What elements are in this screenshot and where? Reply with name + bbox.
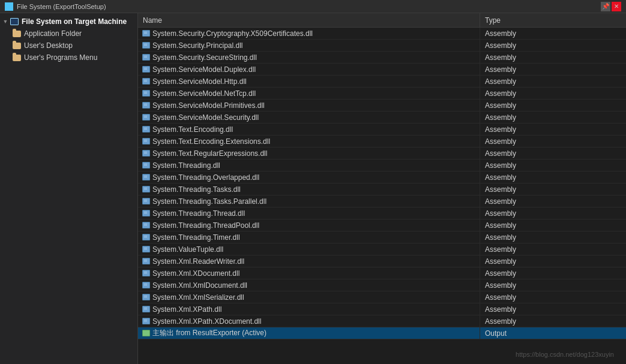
row-type-7: Assembly	[480, 101, 626, 110]
table-row[interactable]: System.Xml.XmlSerializer.dllAssembly	[138, 291, 626, 303]
dll-icon	[142, 102, 150, 109]
table-header: Name Type	[138, 13, 626, 28]
row-type-21: Assembly	[480, 269, 626, 278]
table-row[interactable]: System.Threading.Tasks.dllAssembly	[138, 183, 626, 195]
dll-icon	[142, 222, 150, 228]
pin-button[interactable]: 📌	[601, 2, 610, 11]
row-type-3: Assembly	[480, 53, 626, 62]
dll-icon	[142, 318, 150, 324]
sidebar-item-user-desktop[interactable]: User's Desktop	[0, 40, 137, 52]
table-row[interactable]: System.Xml.XDocument.dllAssembly	[138, 267, 626, 279]
row-name-7: System.ServiceModel.Primitives.dll	[138, 100, 480, 111]
row-name-text: System.Xml.XmlDocument.dll	[152, 281, 247, 290]
row-name-text: System.ServiceModel.Primitives.dll	[152, 101, 265, 110]
row-type-23: Assembly	[480, 293, 626, 302]
dll-icon	[142, 174, 150, 181]
table-row[interactable]: System.Text.Encoding.dllAssembly	[138, 124, 626, 136]
sidebar-item-user-programs-label: User's Programs Menu	[24, 53, 97, 62]
dll-icon	[142, 294, 150, 300]
title-bar: File System (ExportToolSetup) 📌 ✕	[0, 0, 626, 13]
row-name-19: System.ValueTuple.dll	[138, 243, 480, 255]
row-type-17: Assembly	[480, 221, 626, 230]
table-row[interactable]: System.Threading.Thread.dllAssembly	[138, 207, 626, 219]
table-row[interactable]: System.Threading.Overlapped.dllAssembly	[138, 172, 626, 183]
row-name-text: System.Xml.XPath.XDocument.dll	[152, 317, 261, 326]
row-type-22: Assembly	[480, 281, 626, 290]
close-button[interactable]: ✕	[612, 2, 621, 11]
row-type-10: Assembly	[480, 137, 626, 146]
row-name-text: System.ServiceModel.NetTcp.dll	[152, 89, 256, 98]
row-name-8: System.ServiceModel.Security.dll	[138, 112, 480, 123]
sidebar: ▼ File System on Target Machine Applicat…	[0, 13, 138, 364]
table-row[interactable]: System.Xml.XPath.XDocument.dllAssembly	[138, 315, 626, 327]
row-name-18: System.Threading.Timer.dll	[138, 231, 480, 243]
table-row[interactable]: System.Threading.dllAssembly	[138, 160, 626, 172]
row-type-16: Assembly	[480, 209, 626, 218]
dll-icon	[142, 78, 150, 85]
row-type-14: Assembly	[480, 185, 626, 194]
row-name-4: System.ServiceModel.Duplex.dll	[138, 64, 480, 75]
sidebar-item-root[interactable]: ▼ File System on Target Machine	[0, 16, 137, 28]
row-name-text: System.Threading.Tasks.Parallel.dll	[152, 197, 266, 206]
table-row[interactable]: System.Threading.ThreadPool.dllAssembly	[138, 219, 626, 231]
table-row[interactable]: System.Xml.XPath.dllAssembly	[138, 303, 626, 315]
row-type-13: Assembly	[480, 173, 626, 182]
row-name-1: System.Security.Cryptography.X509Certifi…	[138, 28, 480, 39]
table-row[interactable]: System.Xml.XmlDocument.dllAssembly	[138, 279, 626, 291]
row-name-15: System.Threading.Tasks.Parallel.dll	[138, 195, 480, 207]
row-name-text: System.Security.Cryptography.X509Certifi…	[152, 29, 313, 38]
dll-icon	[142, 258, 150, 264]
table-row[interactable]: System.Security.Principal.dllAssembly	[138, 40, 626, 52]
dll-icon	[142, 198, 150, 204]
folder-icon-desktop	[12, 41, 22, 50]
row-type-2: Assembly	[480, 41, 626, 50]
table-row[interactable]: System.Text.Encoding.Extensions.dllAssem…	[138, 136, 626, 148]
row-name-text: System.Xml.XmlSerializer.dll	[152, 293, 244, 302]
table-row[interactable]: System.ServiceModel.NetTcp.dllAssembly	[138, 88, 626, 100]
table-row[interactable]: System.Security.SecureString.dllAssembly	[138, 52, 626, 64]
row-name-text: System.ServiceModel.Security.dll	[152, 113, 259, 122]
dll-icon	[142, 234, 150, 240]
sidebar-item-app-folder[interactable]: Application Folder	[0, 28, 137, 40]
dll-icon	[142, 162, 150, 169]
sidebar-item-user-programs[interactable]: User's Programs Menu	[0, 52, 137, 64]
table-row[interactable]: System.Threading.Timer.dllAssembly	[138, 231, 626, 243]
row-name-text: System.Security.SecureString.dll	[152, 53, 257, 62]
row-name-text: System.Text.Encoding.Extensions.dll	[152, 137, 270, 146]
table-row[interactable]: 主输出 from ResultExporter (Active)Output	[138, 327, 626, 339]
table-row[interactable]: System.ServiceModel.Duplex.dllAssembly	[138, 64, 626, 76]
sidebar-item-app-folder-label: Application Folder	[24, 29, 82, 38]
table-row[interactable]: System.Threading.Tasks.Parallel.dllAssem…	[138, 195, 626, 207]
output-icon	[142, 330, 150, 336]
row-name-6: System.ServiceModel.NetTcp.dll	[138, 88, 480, 99]
dll-icon	[142, 186, 150, 192]
row-name-text: 主输出 from ResultExporter (Active)	[152, 328, 266, 338]
title-bar-controls: 📌 ✕	[601, 2, 621, 11]
title-bar-icon	[5, 2, 13, 11]
dll-icon	[142, 246, 150, 252]
row-name-text: System.Xml.XDocument.dll	[152, 269, 239, 278]
table-row[interactable]: System.Xml.ReaderWriter.dllAssembly	[138, 255, 626, 267]
table-row[interactable]: System.Text.RegularExpressions.dllAssemb…	[138, 148, 626, 160]
tree-root: ▼ File System on Target Machine Applicat…	[0, 16, 137, 64]
row-name-text: System.ServiceModel.Duplex.dll	[152, 65, 256, 74]
content-panel: Name Type System.Security.Cryptography.X…	[138, 13, 626, 364]
table-row[interactable]: System.ServiceModel.Primitives.dllAssemb…	[138, 100, 626, 112]
table-row[interactable]: System.Security.Cryptography.X509Certifi…	[138, 28, 626, 40]
row-type-24: Assembly	[480, 305, 626, 314]
name-column-label: Name	[143, 16, 162, 25]
dll-icon	[142, 30, 150, 37]
col-name-header: Name	[138, 13, 480, 27]
table-row[interactable]: System.ServiceModel.Security.dllAssembly	[138, 112, 626, 124]
dll-icon	[142, 150, 150, 157]
dll-icon	[142, 42, 150, 49]
row-name-10: System.Text.Encoding.Extensions.dll	[138, 136, 480, 147]
dll-icon	[142, 270, 150, 276]
row-type-19: Assembly	[480, 245, 626, 254]
row-type-5: Assembly	[480, 77, 626, 86]
table-row[interactable]: System.ServiceModel.Http.dllAssembly	[138, 76, 626, 88]
table-row[interactable]: System.ValueTuple.dllAssembly	[138, 243, 626, 255]
row-name-3: System.Security.SecureString.dll	[138, 52, 480, 63]
type-column-label: Type	[485, 16, 501, 25]
row-name-text: System.Text.Encoding.dll	[152, 125, 233, 134]
